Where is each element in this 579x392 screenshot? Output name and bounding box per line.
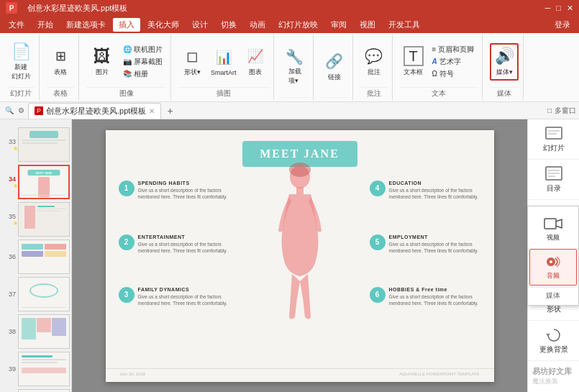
table-label: 表格	[54, 68, 67, 77]
new-slide-btn[interactable]: 📄 新建幻灯片	[7, 43, 35, 81]
info-title-5: EMPLOYMENT	[389, 234, 481, 240]
table-btn[interactable]: ⊞ 表格	[47, 43, 74, 81]
watermark-line1: 易坊好文库	[532, 366, 572, 377]
slide-thumb-37[interactable]: 37	[1, 276, 70, 312]
menu-view[interactable]: 视图	[354, 18, 381, 32]
menu-newtab[interactable]: 新建选项卡	[60, 18, 111, 32]
right-panel-bg[interactable]: 更换背景	[528, 321, 579, 361]
slide-thumbnail-38	[18, 314, 70, 349]
slide-thumb-33[interactable]: 33 ★	[1, 127, 70, 163]
group-label-media: 媒体	[490, 87, 519, 99]
maximize-btn[interactable]: □	[556, 4, 561, 13]
slide-thumb-35[interactable]: 35 ★	[1, 201, 70, 237]
comment-label: 批注	[368, 68, 380, 77]
right-panel-toc[interactable]: 目录	[528, 160, 579, 200]
ribbon-group-addins: 🔧 加载项▾	[277, 35, 314, 100]
textbox-icon: T	[404, 46, 424, 66]
screenshot-btn[interactable]: 📷 屏幕截图	[119, 56, 166, 68]
info-desc-6: Give us a short description of the facto…	[389, 293, 481, 306]
symbol-btn[interactable]: Ω 符号	[429, 68, 478, 80]
shape-btn[interactable]: ◻ 形状▾	[178, 43, 206, 81]
right-panel-slide-label: 幻灯片	[543, 143, 565, 153]
slide-thumb-40[interactable]: 40	[1, 388, 70, 392]
right-panel-toc-icon	[544, 165, 564, 181]
tab-add-btn[interactable]: +	[163, 105, 177, 117]
canvas-area: MEET JANE	[72, 119, 527, 392]
group-label-image: 图像	[86, 87, 166, 99]
smartart-btn[interactable]: 📊 SmartArt	[207, 43, 240, 81]
slide-thumb-39[interactable]: 39	[1, 351, 70, 387]
picture-label: 图片	[96, 68, 109, 77]
close-btn[interactable]: ✕	[567, 4, 573, 13]
right-panel-slide[interactable]: 幻灯片	[528, 119, 579, 160]
slide-thumb-38[interactable]: 38	[1, 314, 70, 350]
addins-btn[interactable]: 🔧 加载项▾	[281, 48, 309, 86]
menu-transition[interactable]: 切换	[215, 18, 242, 32]
menu-start[interactable]: 开始	[32, 18, 59, 32]
slide-background: MEET JANE	[106, 130, 494, 382]
audio-icon-svg	[544, 254, 562, 270]
menu-design[interactable]: 设计	[186, 18, 214, 32]
slide-footer: July 30, 2018 AQUARELLE POWERPOINT TEMPL…	[106, 368, 494, 376]
menu-review[interactable]: 审阅	[325, 18, 352, 32]
menu-file[interactable]: 文件	[3, 18, 30, 32]
search-icon: 🔍	[3, 106, 16, 114]
slides-panel: 33 ★ 34 ★	[0, 119, 72, 392]
menu-beautify[interactable]: 美化大师	[142, 18, 185, 32]
slide-thumb-34[interactable]: 34 ★ MEET JANE	[1, 164, 70, 200]
link-btn[interactable]: 🔗 链接	[321, 48, 348, 86]
circle-num-3: 3	[119, 287, 135, 303]
menu-devtools[interactable]: 开发工具	[383, 18, 426, 32]
info-text-3: FAMILY DYNAMICS Give us a short descript…	[138, 287, 230, 306]
slide-thumb-36[interactable]: 36	[1, 239, 70, 275]
file-tab-main[interactable]: P 创意水彩星迹欧美风.ppt模板 ✕	[28, 103, 161, 119]
shape-label: 形状▾	[184, 68, 201, 77]
dropdown-audio[interactable]: 音频	[529, 249, 577, 286]
comment-btn[interactable]: 💬 批注	[360, 43, 388, 81]
footer-template: AQUARELLE POWERPOINT TEMPLATE	[399, 372, 479, 376]
ribbon-group-slide: 📄 新建幻灯片 幻灯片	[3, 35, 40, 100]
wordart-btn[interactable]: A 艺术字	[429, 56, 478, 68]
info-title-3: FAMILY DYNAMICS	[138, 287, 230, 292]
menu-bar: 文件 开始 新建选项卡 插入 美化大师 设计 切换 动画 幻灯片放映 审阅 视图…	[0, 16, 579, 33]
right-panel-shape-label: 形状	[547, 304, 561, 314]
menu-login[interactable]: 登录	[549, 18, 576, 32]
info-desc-4: Give us a short description of the facto…	[389, 187, 481, 200]
header-footer-label: 页眉和页脚	[438, 45, 474, 55]
menu-slideshow[interactable]: 幻灯片放映	[273, 18, 324, 32]
addins-label: 加载项▾	[288, 67, 301, 86]
dropdown-section-label: 媒体	[528, 289, 578, 302]
footer-date: July 30, 2018	[120, 372, 146, 376]
group-label-comment: 批注	[360, 87, 388, 99]
dropdown-video[interactable]: 视频	[529, 211, 577, 247]
menu-insert[interactable]: 插入	[113, 18, 140, 32]
group-label-slide: 幻灯片	[7, 87, 35, 99]
slide-num-33: 33	[3, 138, 16, 145]
online-image-btn[interactable]: 🌐 联机图片	[119, 44, 166, 55]
album-btn[interactable]: 📚 相册	[119, 68, 166, 80]
screenshot-icon: 📷	[123, 58, 132, 65]
tab-close-icon[interactable]: ✕	[149, 107, 155, 115]
menu-animation[interactable]: 动画	[244, 18, 271, 32]
info-title-2: ENTERTAINMENT	[138, 234, 230, 240]
wordart-icon: A	[432, 58, 437, 65]
header-footer-btn[interactable]: ≡ 页眉和页脚	[429, 44, 478, 55]
picture-btn[interactable]: 🖼 图片	[86, 43, 118, 81]
ribbon-group-table: ⊞ 表格 表格	[42, 35, 79, 100]
group-label-text: 文本	[400, 87, 478, 99]
slide-num-36: 36	[3, 253, 16, 260]
group-label-addins	[281, 97, 309, 99]
minimize-btn[interactable]: ─	[545, 4, 551, 13]
slide-num-37: 37	[3, 291, 16, 298]
screenshot-label: 屏幕截图	[134, 57, 163, 67]
svg-point-2	[289, 163, 311, 177]
chart-btn[interactable]: 📈 图表	[242, 43, 269, 81]
multi-window-icon: □	[547, 106, 552, 114]
info-text-1: SPENDING HABITS Give us a short descript…	[138, 181, 230, 200]
textbox-btn[interactable]: T 文本框	[400, 43, 427, 81]
link-label: 链接	[328, 73, 341, 82]
circle-num-4: 4	[370, 181, 386, 196]
group-label-link	[321, 97, 348, 99]
album-icon: 📚	[123, 70, 132, 78]
media-btn[interactable]: 🔊 媒体▾	[490, 43, 519, 81]
